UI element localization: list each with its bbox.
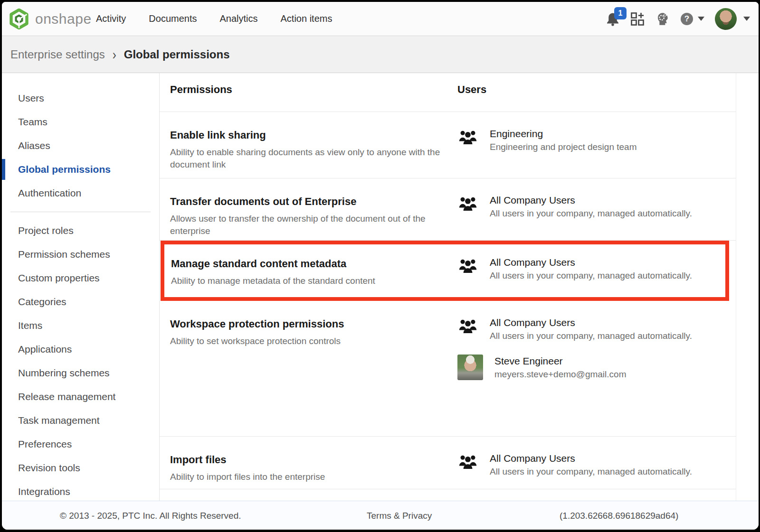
permission-description: Ability to import files into the enterpr…	[170, 471, 443, 483]
user-text: All Company Users All users in your comp…	[490, 453, 692, 477]
users-cell: Engineering Engineering and project desi…	[457, 128, 636, 165]
copyright-text: © 2013 - 2025, PTC Inc. All Rights Reser…	[60, 511, 241, 521]
sidebar-item-authentication[interactable]: Authentication	[2, 181, 159, 205]
sidebar-divider	[10, 212, 151, 212]
user-subtitle: All users in your company, managed autom…	[490, 467, 692, 477]
sidebar-item-revision-tools[interactable]: Revision tools	[2, 456, 159, 480]
users-cell: All Company Users All users in your comp…	[457, 453, 692, 489]
onshape-brand[interactable]: onshape	[2, 9, 92, 29]
users-cell: All Company Users All users in your comp…	[457, 317, 692, 392]
user-entry[interactable]: All Company Users All users in your comp…	[457, 453, 692, 477]
user-subtitle: All users in your company, managed autom…	[490, 271, 692, 281]
user-text: All Company Users All users in your comp…	[490, 317, 692, 341]
permission-title: Enable link sharing	[170, 129, 736, 141]
user-name: All Company Users	[490, 453, 692, 464]
users-cell: All Company Users All users in your comp…	[457, 257, 692, 293]
permission-description: Ability to manage metadata of the standa…	[171, 275, 444, 287]
user-entry[interactable]: Engineering Engineering and project desi…	[457, 128, 636, 152]
sidebar-item-label: Revision tools	[18, 462, 80, 474]
user-name: Steve Engineer	[494, 355, 626, 367]
sidebar-item-label: Items	[18, 320, 42, 331]
sidebar-item-label: Custom properties	[18, 272, 100, 284]
group-icon	[457, 128, 478, 152]
user-menu-caret-icon	[743, 17, 750, 21]
user-subtitle: All users in your company, managed autom…	[490, 331, 692, 341]
sidebar-item-custom-properties[interactable]: Custom properties	[2, 266, 159, 290]
learning-center-icon[interactable]	[655, 11, 670, 27]
notifications-bell-icon[interactable]: 1	[606, 12, 620, 26]
sidebar-item-label: Global permissions	[18, 164, 111, 175]
table-row[interactable]: Enable link sharing Ability to enable sh…	[160, 112, 736, 178]
settings-sidebar: Users Teams Aliases Global permissions A…	[2, 73, 160, 501]
table-row[interactable]: Workspace protection permissions Ability…	[160, 301, 736, 437]
sidebar-item-global-permissions[interactable]: Global permissions	[2, 158, 159, 181]
user-text: Steve Engineer meyers.steve+demo@gmail.c…	[494, 354, 626, 380]
nav-item-analytics[interactable]: Analytics	[220, 13, 258, 24]
group-icon	[457, 317, 478, 341]
sidebar-item-categories[interactable]: Categories	[2, 290, 159, 314]
sidebar-item-integrations[interactable]: Integrations	[2, 480, 159, 501]
sidebar-item-teams[interactable]: Teams	[2, 110, 159, 134]
table-row[interactable]: Import files Ability to import files int…	[160, 437, 736, 489]
app-window: onshape Activity Documents Analytics Act…	[2, 2, 759, 530]
user-entry[interactable]: All Company Users All users in your comp…	[457, 195, 692, 219]
sidebar-item-label: Users	[18, 93, 44, 104]
sidebar-item-label: Release management	[18, 391, 115, 402]
nav-item-documents[interactable]: Documents	[149, 13, 197, 24]
user-text: All Company Users All users in your comp…	[490, 257, 692, 281]
notification-count-badge: 1	[614, 7, 627, 19]
user-subtitle: All users in your company, managed autom…	[490, 208, 692, 219]
permissions-table: Permissions Users Enable link sharing Ab…	[160, 73, 736, 501]
sidebar-item-label: Teams	[18, 116, 48, 128]
sidebar-item-permission-schemes[interactable]: Permission schemes	[2, 243, 159, 266]
user-entry[interactable]: Steve Engineer meyers.steve+demo@gmail.c…	[457, 354, 692, 380]
user-avatar	[715, 8, 737, 30]
sidebar-item-label: Applications	[18, 344, 72, 355]
sidebar-item-label: Aliases	[18, 140, 50, 151]
nav-item-action-items[interactable]: Action items	[281, 13, 332, 24]
sidebar-item-label: Authentication	[18, 187, 81, 199]
sidebar-item-label: Project roles	[18, 225, 74, 236]
sidebar-item-label: Permission schemes	[18, 249, 110, 260]
table-row[interactable]: Transfer documents out of Enterprise All…	[160, 178, 736, 241]
terms-privacy-link[interactable]: Terms & Privacy	[367, 511, 432, 521]
app-store-grid-icon[interactable]	[630, 12, 645, 26]
sidebar-item-project-roles[interactable]: Project roles	[2, 219, 159, 243]
user-menu[interactable]	[715, 8, 750, 30]
brand-wordmark: onshape	[35, 11, 92, 27]
column-header-users: Users	[457, 84, 486, 96]
sidebar-item-items[interactable]: Items	[2, 314, 159, 337]
footer: © 2013 - 2025, PTC Inc. All Rights Reser…	[2, 501, 759, 530]
table-row[interactable]: Use revision tools Ability to reset part…	[160, 489, 736, 501]
group-icon	[457, 453, 478, 477]
breadcrumb: Enterprise settings › Global permissions	[2, 36, 759, 73]
breadcrumb-chevron-icon: ›	[113, 47, 116, 63]
user-subtitle: meyers.steve+demo@gmail.com	[494, 369, 626, 380]
sidebar-item-label: Preferences	[18, 439, 72, 450]
top-navigation-bar: onshape Activity Documents Analytics Act…	[2, 2, 759, 36]
table-row-highlighted[interactable]: Manage standard content metadata Ability…	[161, 241, 729, 301]
sidebar-item-label: Integrations	[18, 486, 70, 497]
users-cell: All Company Users All users in your comp…	[457, 195, 692, 231]
sidebar-item-aliases[interactable]: Aliases	[2, 134, 159, 158]
user-photo-avatar	[457, 354, 483, 380]
sidebar-item-task-management[interactable]: Task management	[2, 409, 159, 432]
user-entry[interactable]: All Company Users All users in your comp…	[457, 257, 692, 281]
sidebar-item-users[interactable]: Users	[2, 86, 159, 110]
breadcrumb-enterprise-settings[interactable]: Enterprise settings	[10, 48, 105, 61]
help-caret-icon	[698, 17, 704, 21]
user-text: Engineering Engineering and project desi…	[490, 128, 636, 152]
sidebar-item-label: Numbering schemes	[18, 367, 110, 379]
sidebar-item-applications[interactable]: Applications	[2, 337, 159, 361]
help-menu[interactable]: ?	[681, 13, 704, 25]
sidebar-item-preferences[interactable]: Preferences	[2, 432, 159, 456]
nav-item-activity[interactable]: Activity	[96, 13, 126, 24]
sidebar-item-release-management[interactable]: Release management	[2, 385, 159, 409]
user-entry[interactable]: All Company Users All users in your comp…	[457, 317, 692, 341]
permission-description: Allows user to transfer the ownership of…	[170, 213, 443, 237]
primary-nav: Activity Documents Analytics Action item…	[96, 13, 332, 24]
user-name: Engineering	[490, 128, 636, 140]
user-subtitle: Engineering and project design team	[490, 142, 636, 152]
sidebar-item-numbering-schemes[interactable]: Numbering schemes	[2, 361, 159, 385]
permission-description: Ability to set workspace protection cont…	[170, 335, 443, 347]
